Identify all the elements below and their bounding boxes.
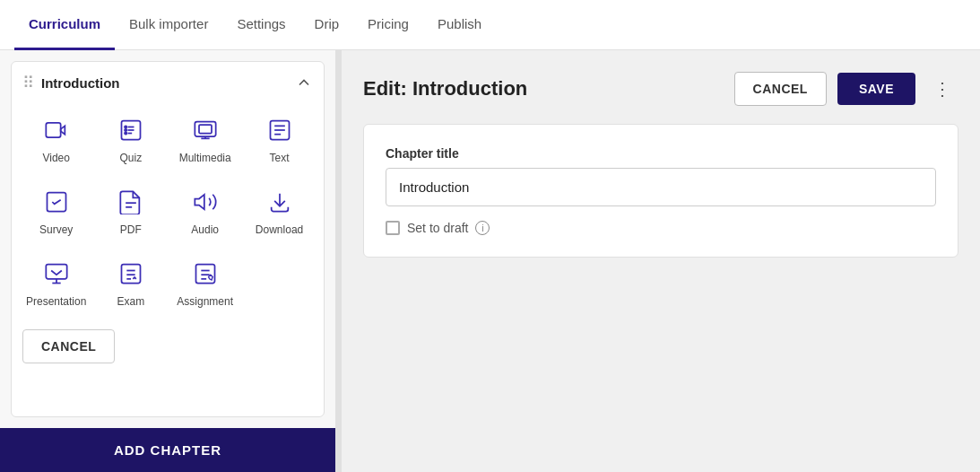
content-item-presentation[interactable]: Presentation <box>22 250 90 315</box>
save-button[interactable]: SAVE <box>837 73 915 105</box>
top-nav: Curriculum Bulk importer Settings Drip P… <box>0 0 980 50</box>
survey-label: Survey <box>39 223 73 236</box>
video-label: Video <box>42 152 69 164</box>
edit-title: Edit: Introduction <box>363 77 724 101</box>
multimedia-icon <box>189 114 221 146</box>
content-item-quiz[interactable]: Quiz <box>97 107 164 171</box>
drag-handle-icon[interactable]: ⠿ <box>22 73 34 92</box>
cancel-section-button[interactable]: CANCEL <box>22 329 115 363</box>
assignment-label: Assignment <box>177 295 233 308</box>
content-item-text[interactable]: Text <box>246 107 313 171</box>
chapter-header: ⠿ Introduction <box>22 73 313 92</box>
more-options-button[interactable]: ⋮ <box>926 74 958 103</box>
content-type-grid: Video Quiz Multimedia <box>22 107 313 315</box>
tab-publish[interactable]: Publish <box>423 0 496 50</box>
edit-card: Chapter title Set to draft i <box>363 124 958 258</box>
content-item-pdf[interactable]: PDF <box>97 179 164 243</box>
svg-point-6 <box>125 126 126 127</box>
content-item-multimedia[interactable]: Multimedia <box>171 107 238 171</box>
draft-label: Set to draft <box>407 221 468 235</box>
multimedia-label: Multimedia <box>179 152 231 164</box>
download-label: Download <box>256 223 303 236</box>
collapse-icon[interactable] <box>295 74 313 92</box>
cancel-edit-button[interactable]: CANCEL <box>734 72 827 106</box>
content-item-exam[interactable]: Exam <box>97 250 164 315</box>
presentation-icon <box>40 258 73 290</box>
svg-point-7 <box>125 129 126 131</box>
chapter-section: ⠿ Introduction Video <box>11 61 325 417</box>
video-icon <box>40 114 73 146</box>
edit-header: Edit: Introduction CANCEL SAVE ⋮ <box>363 72 958 106</box>
exam-label: Exam <box>117 295 144 308</box>
chapter-title-input[interactable] <box>386 168 936 206</box>
add-chapter-button[interactable]: ADD CHAPTER <box>0 428 335 472</box>
svg-marker-20 <box>195 195 204 209</box>
audio-icon <box>189 186 221 218</box>
quiz-label: Quiz <box>119 152 142 164</box>
assignment-icon <box>189 258 221 290</box>
draft-row: Set to draft i <box>386 221 936 235</box>
pdf-icon <box>115 186 147 218</box>
left-panel: ⠿ Introduction Video <box>0 50 336 472</box>
main-layout: ⠿ Introduction Video <box>0 50 980 472</box>
tab-curriculum[interactable]: Curriculum <box>14 0 115 50</box>
content-item-audio[interactable]: Audio <box>171 179 238 243</box>
tab-bulk-importer[interactable]: Bulk importer <box>115 0 222 50</box>
presentation-label: Presentation <box>26 295 86 308</box>
chapter-title-label: Chapter title <box>386 146 936 161</box>
exam-icon <box>115 258 147 290</box>
svg-rect-9 <box>195 122 215 136</box>
svg-rect-10 <box>199 125 212 133</box>
content-item-assignment[interactable]: Assignment <box>171 250 238 315</box>
audio-label: Audio <box>191 223 219 236</box>
content-item-survey[interactable]: Survey <box>22 179 90 243</box>
svg-rect-22 <box>46 265 66 279</box>
info-icon[interactable]: i <box>475 221 490 235</box>
svg-rect-0 <box>46 123 60 137</box>
chapter-header-left: ⠿ Introduction <box>22 73 119 92</box>
download-icon <box>264 186 296 218</box>
text-icon <box>264 114 296 146</box>
quiz-icon <box>115 114 147 146</box>
text-label: Text <box>270 152 290 164</box>
set-to-draft-checkbox[interactable] <box>386 221 400 235</box>
tab-pricing[interactable]: Pricing <box>353 0 423 50</box>
content-item-download[interactable]: Download <box>246 179 313 243</box>
tab-drip[interactable]: Drip <box>300 0 354 50</box>
content-item-video[interactable]: Video <box>22 107 90 171</box>
right-panel: Edit: Introduction CANCEL SAVE ⋮ Chapter… <box>342 50 980 472</box>
pdf-label: PDF <box>120 223 142 236</box>
survey-icon <box>40 186 73 218</box>
svg-rect-25 <box>121 265 140 284</box>
tab-settings[interactable]: Settings <box>222 0 299 50</box>
svg-point-8 <box>125 132 126 134</box>
chapter-title: Introduction <box>41 75 119 91</box>
